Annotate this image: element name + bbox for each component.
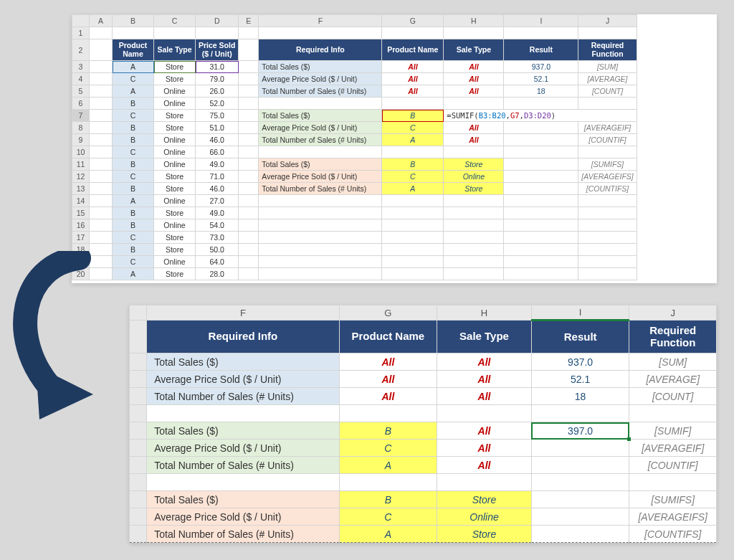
col-J[interactable]: J [578, 15, 637, 27]
svg-marker-0 [36, 366, 93, 419]
hdr-product-name-r: Product Name [382, 39, 444, 61]
hdr-required-fn: RequiredFunction [578, 39, 637, 61]
top-spreadsheet-panel: A B C D E F G H I J 1 2 ProductName Sale… [72, 14, 717, 283]
cell-D3[interactable]: 31.0 [196, 61, 239, 73]
hdr-sale-type: Sale Type [154, 39, 196, 61]
col-I[interactable]: I [504, 15, 578, 27]
hdr-sale-type-r: Sale Type [444, 39, 504, 61]
col-H[interactable]: H [444, 15, 504, 27]
bottom-spreadsheet-panel: F G H I J Required Info Product Name Sal… [129, 305, 717, 543]
col-G[interactable]: G [382, 15, 444, 27]
cell-B3[interactable]: A [113, 61, 154, 73]
col-C[interactable]: C [154, 15, 196, 27]
corner-cell-b[interactable] [130, 305, 147, 321]
row-3[interactable]: 3 [72, 61, 90, 73]
row-2[interactable]: 2 [72, 39, 90, 61]
formula-input[interactable]: =SUMIF(B3:B20,G7,D3:D20) [444, 110, 637, 122]
col-D[interactable]: D [196, 15, 239, 27]
row-1[interactable]: 1 [72, 27, 90, 39]
col-E[interactable]: E [239, 15, 259, 27]
col-A[interactable]: A [90, 15, 113, 27]
hdr-product-name: ProductName [113, 39, 154, 61]
cell-G7[interactable]: B [382, 110, 444, 122]
hdr-result: Result [504, 39, 578, 61]
col-B[interactable]: B [113, 15, 154, 27]
b-hdr-req: Required Info [147, 321, 339, 353]
top-spreadsheet[interactable]: A B C D E F G H I J 1 2 ProductName Sale… [72, 14, 637, 280]
hdr-required-info: Required Info [259, 39, 382, 61]
selected-result-cell[interactable]: 397.0 [531, 422, 629, 440]
col-F[interactable]: F [259, 15, 382, 27]
bottom-spreadsheet[interactable]: F G H I J Required Info Product Name Sal… [129, 305, 717, 543]
corner-cell[interactable] [72, 15, 90, 27]
row-7[interactable]: 7 [72, 110, 90, 122]
hdr-price-sold: Price Sold($ / Unit) [196, 39, 239, 61]
cell-C3[interactable]: Store [154, 61, 196, 73]
label-total-sales-1: Total Sales ($) [259, 61, 382, 73]
